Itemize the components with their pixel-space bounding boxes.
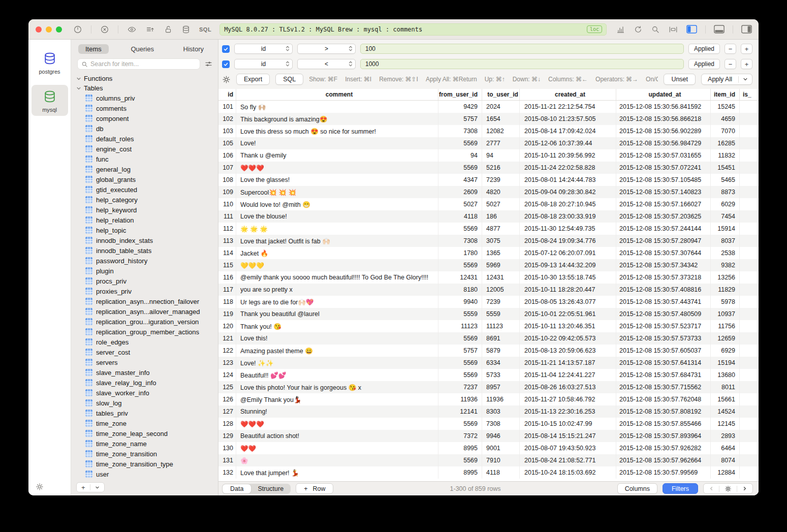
sidebar-table-item[interactable]: time_zone_transition_type [71,459,218,469]
cell-id[interactable]: 131 [218,454,236,466]
cell-is[interactable] [739,284,759,296]
cell-created-at[interactable]: 2015-08-05 13:26:43.077 [519,296,616,308]
remove-filter-button[interactable]: − [725,59,736,69]
cell-id[interactable]: 101 [218,101,236,113]
cell-id[interactable]: 120 [218,320,236,332]
cell-updated-at[interactable]: 2015-12-08 15:30:57.808192 [616,405,710,418]
sidebar-table-item[interactable]: slave_relay_log_info [71,378,218,388]
cell-comment[interactable]: @Emily Thank you💃🏿 [236,393,438,405]
cell-to-user-id[interactable]: 11123 [482,320,519,332]
item-search-field[interactable] [77,58,200,70]
cell-comment[interactable]: @emily thank you soooo much beautiful!!!… [236,271,438,284]
cell-comment[interactable]: Jacket 🔥 [236,247,438,259]
sidebar-table-item[interactable]: time_zone_transition [71,449,218,459]
cell-is[interactable] [739,357,759,369]
cell-is[interactable] [739,247,759,259]
cell-id[interactable]: 103 [218,125,236,137]
sidebar-table-item[interactable]: user [71,469,218,479]
cell-updated-at[interactable]: 2015-12-08 15:30:57.244144 [616,223,710,235]
cell-from-user-id[interactable]: 7308 [438,125,482,137]
sort-filter-icon[interactable] [204,60,213,68]
cell-is[interactable] [739,198,759,210]
cell-comment[interactable]: ❤️❤️ [236,442,438,454]
cell-to-user-id[interactable]: 2777 [482,137,519,149]
cell-updated-at[interactable]: 2015-12-08 15:30:57.99569 [616,466,710,479]
table-row[interactable]: 129 Beautiful action shot! 7372 9946 201… [218,430,759,442]
filter-settings-gear-icon[interactable] [222,75,231,84]
cell-created-at[interactable]: 2015-11-21 22:12:54.754 [519,101,616,113]
sidebar-table-item[interactable]: engine_cost [71,144,218,154]
cell-id[interactable]: 109 [218,186,236,198]
sidebar-table-item[interactable]: role_edges [71,337,218,347]
sql-button[interactable]: SQL [275,74,303,85]
cell-to-user-id[interactable]: 7239 [482,296,519,308]
cell-comment[interactable]: Stunning! [236,405,438,418]
cell-created-at[interactable]: 2015-08-14 15:15:21.247 [519,430,616,442]
cell-updated-at[interactable]: 2015-12-08 15:30:57.605037 [616,345,710,357]
cell-updated-at[interactable]: 2015-12-08 15:30:57.072241 [616,162,710,174]
cell-item-id[interactable]: 7070 [710,125,739,137]
cell-comment[interactable]: you are so pretty x [236,284,438,296]
cell-comment[interactable]: Love the glasses! [236,174,438,186]
cell-from-user-id[interactable]: 8180 [438,284,482,296]
cell-from-user-id[interactable]: 5569 [438,137,482,149]
sidebar-table-item[interactable]: innodb_table_stats [71,245,218,256]
cell-to-user-id[interactable]: 5216 [482,162,519,174]
table-row[interactable]: 132 Love that jumper! 💃 8995 4118 2015-1… [218,466,759,479]
cell-is[interactable] [739,332,759,345]
filters-button[interactable]: Filters [663,483,698,494]
sidebar-table-item[interactable]: func [71,154,218,164]
column-header-created-at[interactable]: created_at [519,89,616,100]
sidebar-table-item[interactable]: component [71,113,218,123]
cell-comment[interactable]: So fly 🙌🏼 [236,101,438,113]
column-header-comment[interactable]: comment [236,89,438,100]
table-row[interactable]: 124 Beautiful!! 💕💕 5569 5733 2015-11-04 … [218,369,759,381]
cell-updated-at[interactable]: 2015-12-08 15:30:57.408816 [616,284,710,296]
cell-from-user-id[interactable]: 5569 [438,454,482,466]
cell-item-id[interactable]: 12145 [710,418,739,430]
cell-updated-at[interactable]: 2015-12-08 15:30:56.841592 [616,101,710,113]
cell-from-user-id[interactable]: 11123 [438,320,482,332]
cell-comment[interactable]: Love this dress so much 😍 so nice for su… [236,125,438,137]
cell-updated-at[interactable]: 2015-12-08 15:30:57.684731 [616,369,710,381]
cell-item-id[interactable]: 15451 [710,162,739,174]
sidebar-table-item[interactable]: db [71,123,218,134]
cell-created-at[interactable]: 2015-08-10 21:23:57.505 [519,113,616,125]
connection-mysql[interactable]: mysql [32,85,68,116]
search-icon[interactable] [651,25,660,34]
cell-from-user-id[interactable]: 7308 [438,235,482,247]
sidebar-table-item[interactable]: replication_asyn...ailover_managed [71,306,218,317]
table-row[interactable]: 118 Ur legs are to die for🙌🏻💖 9940 7239 … [218,296,759,308]
filter-operator-select[interactable]: > [297,44,356,54]
cell-from-user-id[interactable]: 5027 [438,198,482,210]
add-filter-button[interactable]: + [741,59,752,69]
lock-icon[interactable] [164,25,173,34]
cell-from-user-id[interactable]: 5559 [438,308,482,320]
cell-id[interactable]: 117 [218,284,236,296]
cell-comment[interactable]: Love this photo! Your hair is gorgeous 😘… [236,381,438,393]
cell-to-user-id[interactable]: 1365 [482,247,519,259]
cell-is[interactable] [739,223,759,235]
cell-to-user-id[interactable]: 4118 [482,466,519,479]
cell-is[interactable] [739,113,759,125]
cell-to-user-id[interactable]: 2024 [482,101,519,113]
tab-structure[interactable]: Structure [251,484,290,493]
cell-created-at[interactable]: 2015-08-24 19:09:34.776 [519,235,616,247]
table-row[interactable]: 128 ❤️❤️❤️ 5569 7308 2015-10-15 10:02:47… [218,418,759,430]
cell-to-user-id[interactable]: 7308 [482,418,519,430]
sidebar-table-item[interactable]: replication_group_member_actions [71,327,218,337]
cell-created-at[interactable]: 2015-08-13 20:59:06.623 [519,345,616,357]
cell-id[interactable]: 107 [218,162,236,174]
filter-enabled-checkbox[interactable] [222,45,230,53]
cell-comment[interactable]: ❤️❤️❤️ [236,162,438,174]
cell-comment[interactable]: Love that jumper! 💃 [236,466,438,479]
cell-item-id[interactable]: 4659 [710,113,739,125]
cell-to-user-id[interactable]: 9001 [482,442,519,454]
cell-id[interactable]: 112 [218,223,236,235]
next-page-icon[interactable] [737,484,752,493]
sidebar-table-item[interactable]: slow_log [71,398,218,408]
sidebar-table-item[interactable]: help_relation [71,215,218,225]
export-button[interactable]: Export [236,74,270,85]
cell-comment[interactable]: Beautiful!! 💕💕 [236,369,438,381]
cell-from-user-id[interactable]: 9940 [438,296,482,308]
